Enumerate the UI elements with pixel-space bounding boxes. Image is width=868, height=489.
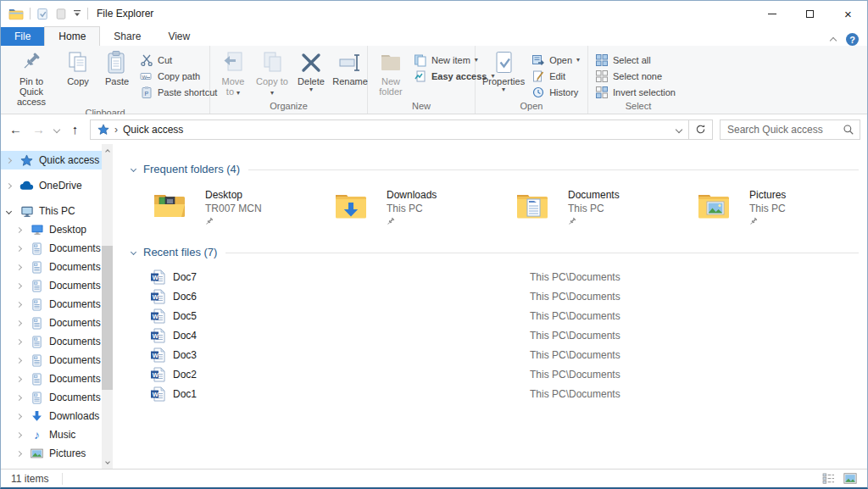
tab-file[interactable]: File bbox=[1, 27, 44, 46]
delete-button[interactable]: Delete ▾ bbox=[292, 47, 331, 93]
address-dropdown-icon[interactable] bbox=[670, 127, 688, 132]
frequent-folders-header[interactable]: Frequent folders (4) bbox=[131, 163, 864, 175]
invert-selection-button[interactable]: Invert selection bbox=[592, 84, 679, 100]
up-button[interactable]: ↑ bbox=[64, 119, 86, 140]
maximize-button[interactable] bbox=[791, 1, 829, 26]
expand-chevron-icon[interactable] bbox=[16, 301, 22, 307]
scroll-up-icon[interactable] bbox=[102, 144, 113, 156]
move-to-button[interactable]: Move to ▾ bbox=[214, 47, 253, 97]
tab-share[interactable]: Share bbox=[100, 27, 154, 46]
paste-shortcut-button[interactable]: P Paste shortcut bbox=[136, 84, 220, 100]
Doc7[interactable]: W Doc7 This PC\Documents bbox=[121, 267, 867, 286]
downloads-folder-icon bbox=[334, 192, 368, 220]
sidebar-item[interactable]: This PC bbox=[1, 202, 113, 220]
recent-file-name: Doc5 bbox=[173, 310, 530, 322]
pin-to-quick-access-button[interactable]: Pin to Quick access bbox=[4, 47, 58, 107]
sidebar-item[interactable]: Quick access bbox=[1, 151, 113, 169]
expand-chevron-icon[interactable] bbox=[16, 431, 22, 437]
expand-chevron-icon[interactable] bbox=[16, 226, 22, 232]
properties-button[interactable]: Properties ▾ bbox=[479, 47, 528, 93]
forward-button[interactable]: → bbox=[27, 119, 50, 140]
rename-button[interactable]: Rename bbox=[331, 47, 370, 86]
expand-chevron-icon[interactable] bbox=[16, 320, 22, 325]
sidebar-item-label: OneDrive bbox=[39, 180, 82, 192]
cut-button[interactable]: Cut bbox=[136, 52, 220, 68]
Doc6[interactable]: W Doc6 This PC\Documents bbox=[121, 286, 867, 306]
expand-chevron-icon[interactable] bbox=[16, 264, 22, 270]
copy-to-button[interactable]: Copy to ▾ bbox=[253, 47, 292, 97]
sidebar-item[interactable]: Documents bbox=[1, 276, 113, 295]
scrollbar-thumb[interactable] bbox=[102, 246, 113, 390]
expand-chevron-icon[interactable] bbox=[16, 357, 22, 363]
section-collapse-icon[interactable] bbox=[131, 166, 136, 172]
expand-chevron-icon[interactable] bbox=[16, 338, 22, 344]
sidebar-item[interactable]: Pictures bbox=[1, 444, 113, 463]
refresh-button[interactable] bbox=[689, 119, 713, 140]
sidebar-item[interactable]: ♪ Music bbox=[1, 425, 113, 444]
expand-chevron-icon[interactable] bbox=[16, 245, 22, 251]
copy-button[interactable]: Copy bbox=[58, 47, 97, 86]
expand-chevron-icon[interactable] bbox=[16, 394, 22, 400]
expand-chevron-icon[interactable] bbox=[6, 157, 12, 163]
qat-customize-icon[interactable] bbox=[73, 9, 81, 18]
back-button[interactable]: ← bbox=[4, 119, 27, 140]
expand-chevron-icon[interactable] bbox=[6, 182, 12, 188]
sidebar-item[interactable]: Documents bbox=[1, 370, 113, 388]
Pictures[interactable]: Pictures This PC bbox=[686, 189, 867, 229]
copy-path-button[interactable]: W Copy path bbox=[136, 68, 220, 84]
qat-new-folder-icon[interactable] bbox=[55, 8, 67, 20]
qat-properties-icon[interactable] bbox=[36, 8, 49, 20]
address-box[interactable]: › Quick access bbox=[90, 119, 689, 140]
tab-view[interactable]: View bbox=[154, 27, 203, 46]
select-all-button[interactable]: Select all bbox=[592, 52, 679, 68]
recent-locations-dropdown[interactable] bbox=[50, 119, 64, 140]
Doc5[interactable]: W Doc5 This PC\Documents bbox=[121, 306, 867, 325]
close-button[interactable]: × bbox=[829, 1, 867, 26]
paste-button[interactable]: Paste bbox=[97, 47, 136, 86]
expand-chevron-icon[interactable] bbox=[16, 413, 22, 419]
Doc1[interactable]: W Doc1 This PC\Documents bbox=[121, 384, 867, 403]
new-folder-button[interactable]: New folder bbox=[371, 47, 410, 97]
sidebar-item[interactable]: Documents bbox=[1, 239, 113, 258]
sidebar-item[interactable]: OneDrive bbox=[1, 176, 113, 195]
open-button[interactable]: Open▾ bbox=[528, 52, 583, 68]
sidebar-item[interactable]: Documents bbox=[1, 295, 113, 314]
collapse-chevron-icon[interactable] bbox=[6, 208, 12, 214]
expand-chevron-icon[interactable] bbox=[16, 450, 22, 456]
Documents[interactable]: Documents This PC bbox=[504, 189, 686, 229]
sidebar-item[interactable]: Documents bbox=[1, 332, 113, 351]
thumbnail-view-button[interactable] bbox=[842, 471, 859, 486]
Doc2[interactable]: W Doc2 This PC\Documents bbox=[121, 364, 867, 384]
sidebar-item[interactable]: Documents bbox=[1, 258, 113, 276]
breadcrumb-chevron-icon: › bbox=[114, 124, 118, 136]
expand-chevron-icon[interactable] bbox=[16, 375, 22, 381]
sidebar-item[interactable]: Desktop bbox=[1, 220, 113, 239]
sidebar-item[interactable]: Downloads bbox=[1, 407, 113, 425]
Downloads[interactable]: Downloads This PC bbox=[323, 189, 504, 229]
group-label-new: New bbox=[368, 100, 475, 114]
group-label-organize: Organize bbox=[210, 100, 367, 114]
expand-chevron-icon[interactable] bbox=[16, 282, 22, 288]
sidebar-scrollbar[interactable] bbox=[102, 144, 113, 469]
sidebar-item[interactable]: Documents bbox=[1, 314, 113, 332]
sidebar-item[interactable]: Documents bbox=[1, 388, 113, 407]
breadcrumb[interactable]: › Quick access bbox=[91, 124, 670, 136]
sidebar-item[interactable]: Documents bbox=[1, 351, 113, 370]
details-view-button[interactable] bbox=[820, 471, 837, 486]
collapse-ribbon-icon[interactable] bbox=[830, 37, 837, 44]
section-collapse-icon[interactable] bbox=[131, 249, 136, 255]
Doc4[interactable]: W Doc4 This PC\Documents bbox=[121, 325, 867, 345]
search-input[interactable] bbox=[721, 124, 837, 136]
select-none-button[interactable]: Select none bbox=[592, 68, 679, 84]
search-icon[interactable] bbox=[837, 124, 860, 136]
recent-files-header[interactable]: Recent files (7) bbox=[131, 246, 864, 258]
tab-home[interactable]: Home bbox=[44, 26, 100, 46]
Desktop[interactable]: Desktop TR007 MCN bbox=[142, 189, 323, 229]
Doc3[interactable]: W Doc3 This PC\Documents bbox=[121, 345, 867, 364]
help-icon[interactable]: ? bbox=[846, 33, 859, 46]
scroll-down-icon[interactable] bbox=[102, 457, 113, 469]
history-button[interactable]: History bbox=[528, 84, 583, 100]
history-icon bbox=[531, 86, 545, 99]
edit-button[interactable]: Edit bbox=[528, 68, 583, 84]
minimize-button[interactable] bbox=[753, 1, 791, 26]
